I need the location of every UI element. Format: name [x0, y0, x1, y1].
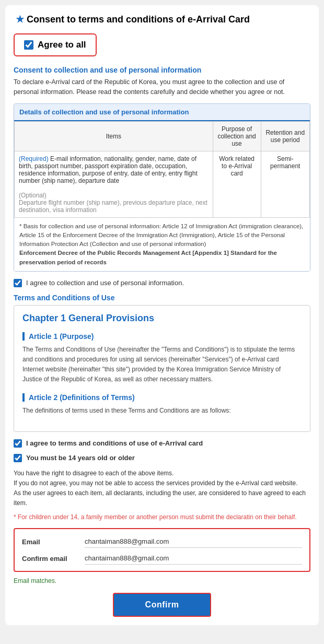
page-container: Consent to terms and conditions of e-Arr…	[5, 5, 319, 625]
info-table: Items Purpose of collection and use Rete…	[14, 121, 310, 218]
confirm-email-row: Confirm email	[22, 552, 302, 565]
terms-checkbox2[interactable]	[14, 454, 22, 462]
optional-label: (Optional)	[19, 192, 47, 199]
email-label: Email	[22, 538, 85, 546]
agree-all-checkbox[interactable]	[24, 40, 33, 50]
page-title: Consent to terms and conditions of e-Arr…	[14, 14, 310, 25]
col-items: Items	[15, 121, 213, 151]
personal-info-title: Consent to collection and use of persona…	[14, 66, 310, 74]
table-row: (Required) E-mail information, nationali…	[15, 151, 310, 217]
optional-items: Departure flight number (ship name), pre…	[19, 199, 207, 214]
terms-checkbox1[interactable]	[14, 439, 22, 448]
basis-text-container: * Basis for collection and use of person…	[14, 218, 310, 271]
confirm-email-label: Confirm email	[22, 555, 85, 563]
confirm-button[interactable]: Confirm	[113, 593, 212, 617]
col-purpose: Purpose of collection and use	[213, 121, 261, 151]
notice-line1: You have the right to disagree to each o…	[14, 470, 173, 477]
required-label: (Required)	[19, 155, 49, 162]
confirm-email-input[interactable]	[85, 552, 302, 565]
article2-title: Article 2 (Definitions of Terms)	[22, 393, 302, 402]
table-header-row: Details of collection and use of persona…	[14, 104, 310, 121]
terms-checkbox1-label: I agree to terms and conditions of use o…	[26, 439, 203, 447]
items-cell: (Required) E-mail information, nationali…	[15, 151, 213, 217]
retention-cell: Semi-permanent	[261, 151, 309, 217]
terms-section-title: Terms and Conditions of Use	[14, 294, 310, 302]
notice-line3: As the user agrees to each item, all dec…	[14, 489, 306, 507]
enforcement-text: Enforcement Decree of the Public Records…	[19, 250, 277, 265]
personal-info-desc: To declare e-Arrival card of the Republi…	[14, 77, 310, 97]
notice-line2: If you do not agree, you may not be able…	[14, 479, 298, 487]
email-match-text: Email matches.	[14, 577, 310, 584]
email-row: Email	[22, 535, 302, 548]
purpose-cell: Work related to e-Arrival card	[213, 151, 261, 217]
basis-text: * Basis for collection and use of person…	[19, 223, 303, 248]
personal-info-checkbox[interactable]	[14, 279, 22, 287]
table-header-title: Details of collection and use of persona…	[19, 108, 189, 116]
terms-checkbox2-row[interactable]: You must be 14 years old or older	[14, 454, 310, 462]
article1-body: The Terms and Conditions of Use (hereina…	[22, 345, 302, 385]
terms-checkbox2-label: You must be 14 years old or older	[26, 454, 135, 462]
article1-title: Article 1 (Purpose)	[22, 332, 302, 341]
email-section: Email Confirm email	[14, 528, 310, 572]
terms-checkbox1-row[interactable]: I agree to terms and conditions of use o…	[14, 439, 310, 448]
email-input[interactable]	[85, 535, 302, 548]
personal-info-agree-row[interactable]: I agree to collection and use of persona…	[14, 279, 310, 287]
warning-text: * For children under 14, a family member…	[14, 513, 310, 521]
notice-text: You have the right to disagree to each o…	[14, 469, 310, 509]
agree-all-wrapper[interactable]: Agree to all	[14, 33, 97, 56]
details-table-container: Details of collection and use of persona…	[14, 103, 310, 272]
agree-all-label: Agree to all	[38, 40, 86, 50]
col-retention: Retention and use period	[261, 121, 309, 151]
confirm-btn-wrapper: Confirm	[14, 593, 310, 617]
terms-box: Chapter 1 General Provisions Article 1 (…	[14, 305, 310, 432]
chapter-title: Chapter 1 General Provisions	[22, 313, 302, 324]
article2-body: The definitions of terms used in these T…	[22, 406, 302, 416]
personal-info-agree-label: I agree to collection and use of persona…	[26, 279, 184, 287]
